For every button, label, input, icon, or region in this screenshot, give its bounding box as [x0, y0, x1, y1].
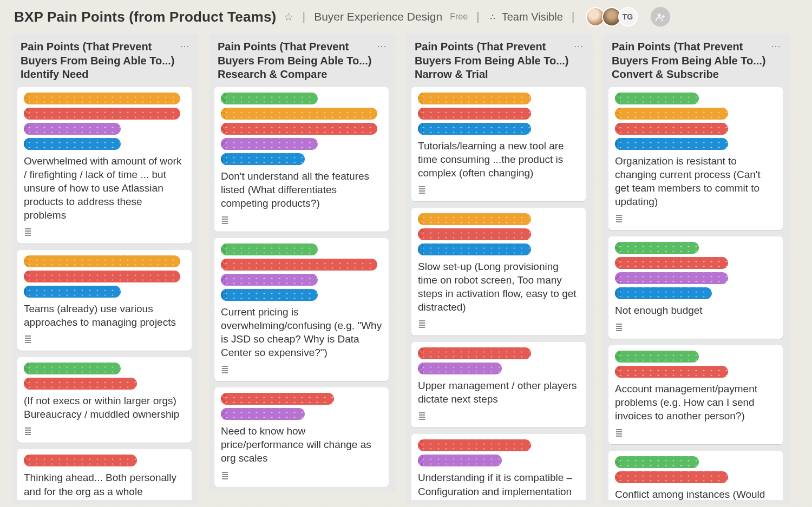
- card[interactable]: Upper management / other players dictate…: [411, 342, 586, 427]
- label-orange[interactable]: [24, 255, 180, 267]
- label-red[interactable]: [221, 123, 377, 135]
- card-text: Teams (already) use various approaches t…: [24, 302, 185, 329]
- visibility-toggle[interactable]: ⛬ Team Visible: [488, 11, 563, 23]
- label-green[interactable]: [615, 93, 699, 104]
- list-header: Pain Points (That Prevent Buyers From Be…: [17, 40, 194, 87]
- card[interactable]: Thinking ahead... Both personally and fo…: [17, 449, 192, 500]
- label-orange[interactable]: [615, 108, 728, 120]
- description-icon: ≣: [418, 411, 425, 423]
- label-purple[interactable]: [418, 455, 502, 466]
- label-red[interactable]: [418, 347, 531, 359]
- label-blue[interactable]: [418, 243, 531, 255]
- description-icon: ≣: [24, 227, 31, 239]
- card-text: Organization is resistant to changing cu…: [615, 154, 776, 208]
- label-red[interactable]: [24, 455, 137, 466]
- add-user-icon: [656, 12, 665, 22]
- team-icon: ⛬: [488, 11, 497, 22]
- card-list: Don't understand all the features listed…: [214, 87, 391, 487]
- label-blue[interactable]: [221, 153, 305, 165]
- label-red[interactable]: [418, 439, 531, 451]
- visibility-label: Team Visible: [502, 11, 563, 23]
- card-labels: [221, 93, 382, 165]
- card[interactable]: Teams (already) use various approaches t…: [17, 250, 192, 351]
- svg-point-0: [657, 14, 660, 17]
- label-green[interactable]: [615, 456, 699, 468]
- label-red[interactable]: [24, 378, 137, 390]
- star-icon[interactable]: ☆: [284, 10, 293, 23]
- card[interactable]: Overwhelmed with amount of work / firefi…: [17, 87, 192, 243]
- list-title[interactable]: Pain Points (That Prevent Buyers From Be…: [612, 40, 771, 82]
- card[interactable]: Conflict among instances (Would like to …: [608, 451, 783, 500]
- label-purple[interactable]: [221, 138, 318, 150]
- card[interactable]: Don't understand all the features listed…: [214, 87, 389, 232]
- label-red[interactable]: [615, 471, 728, 483]
- label-red[interactable]: [418, 108, 531, 120]
- description-icon: ≣: [221, 215, 228, 227]
- board-canvas[interactable]: Pain Points (That Prevent Buyers From Be…: [0, 31, 812, 507]
- label-orange[interactable]: [418, 93, 531, 104]
- label-red[interactable]: [615, 257, 728, 269]
- list-menu-icon[interactable]: ⋯: [771, 40, 782, 52]
- label-red[interactable]: [615, 366, 728, 378]
- label-purple[interactable]: [221, 408, 305, 420]
- label-blue[interactable]: [24, 286, 121, 298]
- card-text: (If not execs or within larger orgs) Bur…: [24, 394, 185, 421]
- label-red[interactable]: [418, 228, 531, 240]
- invite-button[interactable]: [651, 7, 670, 27]
- label-green[interactable]: [615, 242, 699, 254]
- label-red[interactable]: [615, 123, 728, 135]
- list-menu-icon[interactable]: ⋯: [377, 40, 388, 52]
- list-header: Pain Points (That Prevent Buyers From Be…: [411, 40, 588, 87]
- card[interactable]: Tutorials/learning a new tool are time c…: [411, 87, 586, 201]
- card[interactable]: Not enough budget≣: [608, 236, 783, 339]
- label-blue[interactable]: [24, 138, 121, 150]
- card[interactable]: (If not execs or within larger orgs) Bur…: [17, 357, 192, 443]
- label-blue[interactable]: [418, 123, 531, 135]
- label-green[interactable]: [221, 93, 318, 104]
- list-title[interactable]: Pain Points (That Prevent Buyers From Be…: [218, 40, 377, 82]
- label-red[interactable]: [24, 271, 180, 282]
- card[interactable]: Understanding if it is compatible – Conf…: [411, 434, 586, 500]
- list-menu-icon[interactable]: ⋯: [180, 40, 191, 52]
- label-blue[interactable]: [615, 138, 728, 150]
- separator: |: [301, 10, 306, 24]
- label-purple[interactable]: [24, 123, 121, 135]
- avatar-initials[interactable]: TG: [618, 7, 638, 27]
- card-labels: [24, 255, 185, 298]
- label-purple[interactable]: [221, 274, 318, 286]
- card-labels: [24, 93, 185, 150]
- label-red[interactable]: [221, 393, 334, 405]
- card[interactable]: Need to know how price/performance will …: [214, 387, 389, 486]
- label-purple[interactable]: [418, 363, 502, 374]
- card-labels: [221, 393, 382, 420]
- card[interactable]: Account management/payment problems (e.g…: [608, 345, 783, 444]
- label-blue[interactable]: [221, 289, 318, 301]
- label-purple[interactable]: [615, 272, 728, 284]
- label-red[interactable]: [221, 259, 377, 271]
- card-text: Upper management / other players dictate…: [418, 379, 579, 406]
- label-blue[interactable]: [615, 287, 712, 299]
- label-green[interactable]: [615, 351, 699, 363]
- card[interactable]: Organization is resistant to changing cu…: [608, 87, 783, 230]
- card[interactable]: Slow set-up (Long provisioning time on r…: [411, 208, 586, 335]
- label-green[interactable]: [24, 363, 121, 374]
- description-icon: ≣: [418, 319, 425, 331]
- label-orange[interactable]: [221, 108, 377, 120]
- card-text: Conflict among instances (Would like to …: [615, 488, 776, 500]
- label-red[interactable]: [24, 108, 180, 120]
- label-orange[interactable]: [24, 93, 180, 104]
- description-icon: ≣: [615, 427, 623, 439]
- description-icon: ≣: [24, 334, 31, 346]
- separator: |: [571, 10, 576, 24]
- card-list: Overwhelmed with amount of work / firefi…: [17, 87, 194, 500]
- team-name[interactable]: Buyer Experience Design: [314, 10, 442, 23]
- board-title[interactable]: BXP Pain Points (from Product Teams): [14, 9, 276, 25]
- card-text: Thinking ahead... Both personally and fo…: [24, 471, 185, 498]
- card[interactable]: Current pricing is overwhelming/confusin…: [214, 238, 389, 381]
- list-title[interactable]: Pain Points (That Prevent Buyers From Be…: [21, 40, 180, 82]
- list-menu-icon[interactable]: ⋯: [574, 40, 585, 52]
- label-orange[interactable]: [418, 213, 531, 225]
- label-green[interactable]: [221, 243, 318, 255]
- description-icon: ≣: [24, 426, 31, 438]
- list-title[interactable]: Pain Points (That Prevent Buyers From Be…: [415, 40, 574, 82]
